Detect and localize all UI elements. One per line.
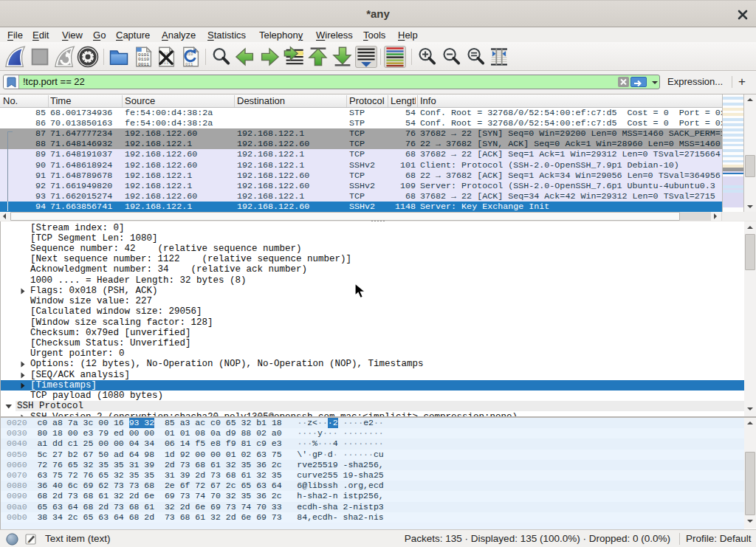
svg-text:0011: 0011 xyxy=(138,62,149,67)
svg-text:011: 011 xyxy=(185,62,193,67)
